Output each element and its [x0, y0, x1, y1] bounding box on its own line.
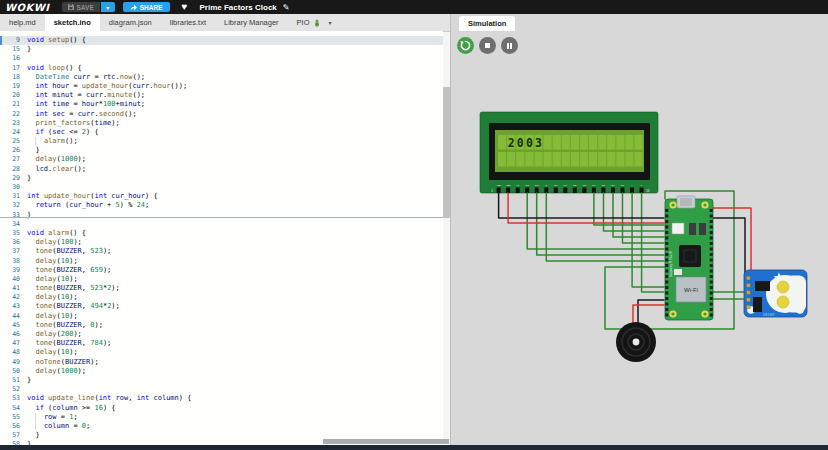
tab-diagram-json[interactable]: diagram.json [100, 14, 161, 31]
pico-pin[interactable] [710, 259, 713, 262]
code-line-32[interactable]: 32 return (cur_hour + 5) % 24; [0, 201, 443, 210]
lcd-pin-VSS[interactable] [497, 188, 501, 194]
share-button[interactable]: SHARE [123, 2, 170, 12]
tab-libraries-txt[interactable]: libraries.txt [161, 14, 215, 31]
code-line-39[interactable]: 39 tone(BUZZER, 659); [0, 266, 443, 275]
rtc-pad-SQW[interactable] [747, 305, 751, 309]
restart-simulation-button[interactable] [457, 37, 474, 54]
code-line-30[interactable]: 30 [0, 183, 443, 192]
editor-splitter[interactable] [0, 217, 443, 218]
pico-pin[interactable] [665, 231, 668, 234]
lcd-pin-D1[interactable] [563, 188, 567, 194]
pico-pin[interactable] [710, 270, 713, 273]
code-line-16[interactable]: 16 [0, 54, 443, 63]
pico-pin[interactable] [665, 297, 668, 300]
lcd-pin-D3[interactable] [582, 188, 586, 194]
code-line-46[interactable]: 46 delay(200); [0, 330, 443, 339]
code-line-31[interactable]: 31int update_hour(int cur_hour) { [0, 192, 443, 201]
lcd-pin-D5[interactable] [601, 188, 605, 194]
code-line-23[interactable]: 23 print_factors(time); [0, 119, 443, 128]
pico-pin[interactable] [710, 264, 713, 267]
code-line-52[interactable]: 52 [0, 385, 443, 394]
pico-pin[interactable] [710, 253, 713, 256]
tab-simulation[interactable]: Simulation [459, 16, 515, 31]
pico-pin[interactable] [665, 281, 668, 284]
code-line-41[interactable]: 41 tone(BUZZER, 523*2); [0, 284, 443, 293]
code-line-50[interactable]: 50 delay(1000); [0, 367, 443, 376]
lcd-pin-D4[interactable] [592, 188, 596, 194]
heart-icon[interactable]: ♥ [182, 2, 188, 12]
lcd-pin-V0[interactable] [516, 188, 520, 194]
code-line-26[interactable]: 26 } [0, 146, 443, 155]
rtc-pad-5V[interactable] [747, 284, 751, 288]
pico-pin[interactable] [710, 297, 713, 300]
pico-pin[interactable] [710, 281, 713, 284]
code-line-43[interactable]: 43 tone(BUZZER, 494*2); [0, 302, 443, 311]
pico-pin[interactable] [665, 314, 668, 317]
pico-pin[interactable] [710, 303, 713, 306]
tab-sketch-ino[interactable]: sketch.ino [45, 14, 100, 31]
code-line-49[interactable]: 49 noTone(BUZZER); [0, 358, 443, 367]
code-line-53[interactable]: 53void update_line(int row, int column) … [0, 394, 443, 403]
pause-simulation-button[interactable] [501, 37, 518, 54]
pico-pin[interactable] [665, 215, 668, 218]
tab-pio[interactable]: PIO▾ [288, 14, 341, 31]
tab-help-md[interactable]: help.md [0, 14, 45, 31]
code-line-47[interactable]: 47 tone(BUZZER, 784); [0, 339, 443, 348]
bootsel-button[interactable] [672, 223, 684, 234]
pico-pin[interactable] [710, 215, 713, 218]
pico-pin[interactable] [710, 314, 713, 317]
code-line-28[interactable]: 28 lcd.clear(); [0, 165, 443, 174]
pico-pin[interactable] [665, 209, 668, 212]
code-line-42[interactable]: 42 delay(10); [0, 293, 443, 302]
code-line-36[interactable]: 36 delay(100); [0, 238, 443, 247]
save-button[interactable]: SAVE [62, 2, 100, 12]
pico-pin[interactable] [710, 275, 713, 278]
code-line-35[interactable]: 35void alarm() { [0, 229, 443, 238]
pico-pin[interactable] [665, 303, 668, 306]
pico-pin[interactable] [710, 308, 713, 311]
code-editor[interactable]: 9void setup() {15}1617void loop() {18 Da… [0, 31, 443, 445]
lcd-pin-D6[interactable] [611, 188, 615, 194]
pico-pin[interactable] [665, 308, 668, 311]
lcd-pin-RW[interactable] [535, 188, 539, 194]
pico-pin[interactable] [710, 248, 713, 251]
save-dropdown-button[interactable]: ▾ [101, 2, 115, 12]
code-line-22[interactable]: 22 int sec = curr.second(); [0, 110, 443, 119]
rtc-pad-SDA[interactable] [747, 291, 751, 295]
lcd-pin-RS[interactable] [525, 188, 529, 194]
edit-pencil-icon[interactable]: ✎ [283, 3, 290, 12]
pico-w-board[interactable]: Wi-Fi Raspberry Pi Pico W [665, 196, 713, 320]
code-line-38[interactable]: 38 delay(10); [0, 257, 443, 266]
pico-pin[interactable] [710, 242, 713, 245]
lcd-pin-A[interactable] [630, 188, 634, 194]
code-line-56[interactable]: 56 column = 0; [0, 422, 443, 431]
pico-pin[interactable] [710, 292, 713, 295]
code-line-15[interactable]: 15} [0, 45, 443, 54]
code-line-9[interactable]: 9void setup() { [0, 36, 443, 45]
pico-pin[interactable] [710, 237, 713, 240]
code-line-40[interactable]: 40 delay(10); [0, 275, 443, 284]
code-line-34[interactable]: 34 [0, 220, 443, 229]
lcd-pin-D2[interactable] [573, 188, 577, 194]
pico-pin[interactable] [710, 286, 713, 289]
code-line-55[interactable]: 55 row = 1; [0, 413, 443, 422]
tab-dropdown-caret-icon[interactable]: ▾ [329, 19, 332, 26]
code-line-54[interactable]: 54 if (column >= 16) { [0, 404, 443, 413]
lcd-pin-K[interactable] [640, 188, 644, 194]
code-line-51[interactable]: 51} [0, 376, 443, 385]
editor-hscrollbar-thumb[interactable] [323, 439, 449, 444]
editor-vscrollbar-thumb[interactable] [443, 87, 450, 218]
lcd-pin-D0[interactable] [554, 188, 558, 194]
code-line-17[interactable]: 17void loop() { [0, 64, 443, 73]
code-line-45[interactable]: 45 tone(BUZZER, 0); [0, 321, 443, 330]
lcd-pin-D7[interactable] [621, 188, 625, 194]
tab-library-manager[interactable]: Library Manager [215, 14, 288, 31]
pico-pin[interactable] [665, 248, 668, 251]
pico-pin[interactable] [665, 292, 668, 295]
pico-pin[interactable] [710, 209, 713, 212]
pico-pin[interactable] [665, 226, 668, 229]
code-line-18[interactable]: 18 DateTime curr = rtc.now(); [0, 73, 443, 82]
code-line-27[interactable]: 27 delay(1000); [0, 155, 443, 164]
code-line-21[interactable]: 21 int time = hour*100+minut; [0, 100, 443, 109]
